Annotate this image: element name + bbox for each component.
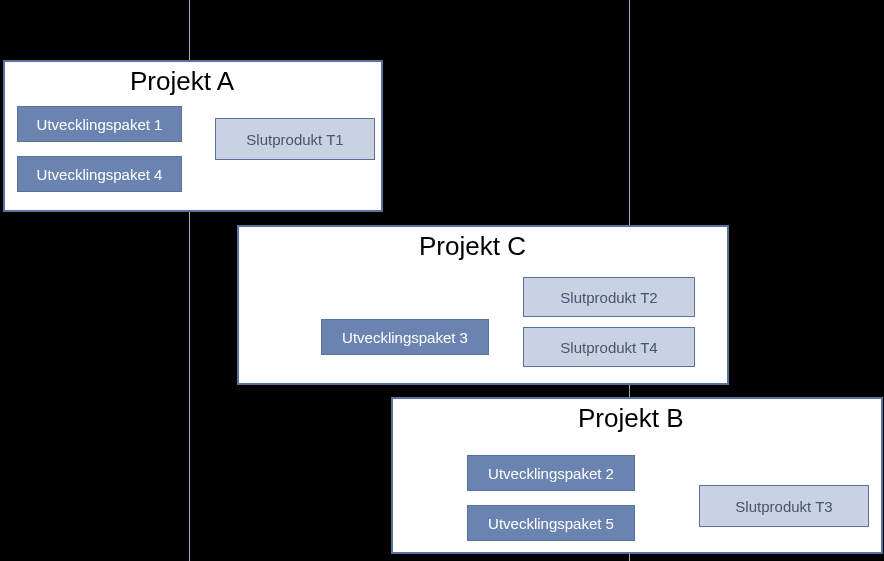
package-a-2: Utvecklingspaket 4	[17, 156, 182, 192]
package-b-2: Utvecklingspaket 5	[467, 505, 635, 541]
product-a-1: Slutprodukt T1	[215, 118, 375, 160]
project-c-title: Projekt C	[419, 231, 526, 262]
package-c-1: Utvecklingspaket 3	[321, 319, 489, 355]
package-a-1: Utvecklingspaket 1	[17, 106, 182, 142]
project-a: Projekt A Utvecklingspaket 1 Utvecklings…	[3, 60, 383, 212]
product-c-1: Slutprodukt T2	[523, 277, 695, 317]
project-b-title: Projekt B	[578, 403, 684, 434]
product-c-2: Slutprodukt T4	[523, 327, 695, 367]
project-c: Projekt C Utvecklingspaket 3 Slutprodukt…	[237, 225, 729, 385]
package-b-1: Utvecklingspaket 2	[467, 455, 635, 491]
product-b-1: Slutprodukt T3	[699, 485, 869, 527]
project-a-title: Projekt A	[130, 66, 234, 97]
project-b: Projekt B Utvecklingspaket 2 Utvecklings…	[391, 397, 883, 554]
